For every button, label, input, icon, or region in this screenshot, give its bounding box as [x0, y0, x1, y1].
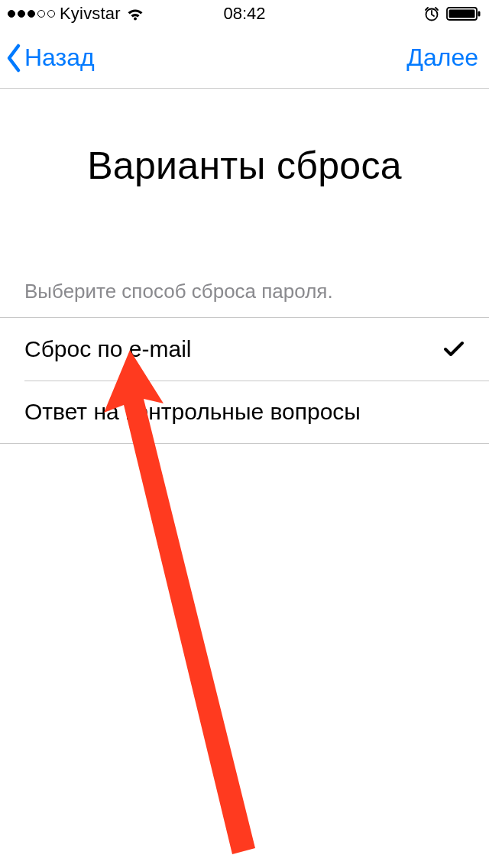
option-label: Ответ на контрольные вопросы — [24, 399, 361, 425]
section-header: Выберите способ сброса пароля. — [0, 280, 489, 303]
checkmark-icon — [443, 341, 465, 358]
options-list: Сброс по e-mail Ответ на контрольные воп… — [0, 317, 489, 444]
nav-bar: Назад Далее — [0, 28, 489, 89]
status-left: Kyivstar — [8, 4, 145, 24]
battery-icon — [446, 6, 481, 21]
svg-rect-2 — [449, 10, 475, 18]
carrier-label: Kyivstar — [60, 4, 121, 24]
status-bar: Kyivstar 08:42 — [0, 0, 489, 28]
signal-strength-icon — [8, 10, 55, 18]
alarm-icon — [423, 5, 440, 22]
option-label: Сброс по e-mail — [24, 336, 192, 362]
back-label: Назад — [24, 44, 95, 72]
next-label: Далее — [406, 44, 478, 71]
svg-rect-3 — [478, 11, 481, 17]
next-button[interactable]: Далее — [406, 44, 478, 72]
chevron-left-icon — [5, 43, 23, 73]
option-security-questions[interactable]: Ответ на контрольные вопросы — [0, 381, 489, 443]
back-button[interactable]: Назад — [5, 43, 95, 73]
wifi-icon — [125, 6, 145, 21]
status-right — [423, 5, 481, 22]
status-time: 08:42 — [223, 4, 265, 24]
page-title: Варианты сброса — [0, 144, 489, 188]
option-reset-by-email[interactable]: Сброс по e-mail — [0, 318, 489, 381]
